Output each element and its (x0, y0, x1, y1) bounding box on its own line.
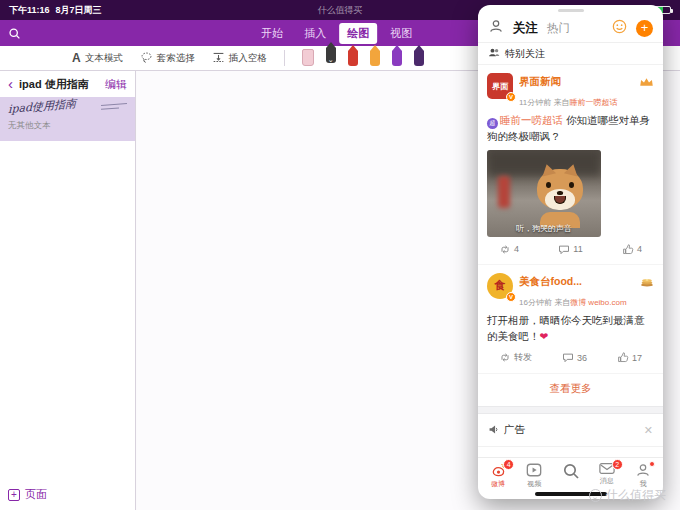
author-name[interactable]: 美食台food... (519, 275, 582, 289)
home-badge: 4 (503, 459, 514, 470)
tab-home[interactable]: 开始 (253, 23, 291, 44)
tab-following[interactable]: 关注 (513, 20, 538, 37)
add-page-label: 页面 (25, 487, 47, 502)
avatar[interactable]: 界面 V (487, 73, 513, 99)
ink-scribble (101, 104, 127, 112)
eraser-tool[interactable] (302, 49, 314, 66)
photo-caption: 听，狗哭的声音 (487, 223, 601, 234)
feed-empty-space (478, 447, 663, 457)
tab-draw[interactable]: 绘图 (339, 23, 377, 44)
text-mode-label: 文本模式 (85, 52, 123, 65)
tab-messages[interactable]: 消息 2 (589, 462, 625, 489)
shiba-dog-illustration (533, 162, 587, 228)
text-mode-button[interactable]: A 文本模式 (72, 51, 123, 65)
pen-dropdown-icon: ⌄ (328, 56, 334, 63)
lasso-select-button[interactable]: 套索选择 (140, 51, 195, 66)
author-name[interactable]: 界面新闻 (519, 75, 561, 89)
special-follow-row[interactable]: 特别关注 (478, 43, 663, 65)
post-meta: 16分钟前 来自微博 weibo.com (519, 298, 627, 307)
tab-search[interactable] (552, 462, 588, 489)
like-button[interactable]: 4 (622, 244, 642, 255)
close-icon[interactable]: ✕ (644, 424, 653, 437)
insert-space-icon (212, 51, 225, 66)
pen-black[interactable]: ⌄ (326, 48, 336, 63)
tab-insert[interactable]: 插入 (296, 23, 334, 44)
ribbon-tab-strip: 开始 插入 绘图 视图 (253, 23, 420, 44)
pen-highlighter[interactable] (370, 51, 380, 66)
edit-button[interactable]: 编辑 (105, 77, 127, 92)
like-count: 4 (637, 244, 642, 254)
messages-badge: 2 (612, 459, 623, 470)
watermark-top: 什么值得买 (318, 4, 363, 17)
repost-button[interactable]: 4 (499, 244, 519, 255)
comment-button[interactable]: 11 (558, 244, 582, 255)
photo-red-bike (498, 176, 510, 208)
watermark-bottom-text: 什么值得买 (606, 487, 666, 504)
status-date: 8月7日周三 (56, 4, 102, 17)
feed: 界面 V 界面新闻 11分钟前 来自睡前一唠超话 (478, 65, 663, 457)
comment-count: 11 (573, 244, 582, 254)
tab-hot[interactable]: 热门 (547, 21, 570, 36)
topic-link[interactable]: 睡前一唠超话 (500, 114, 563, 126)
pen-dark-purple[interactable] (414, 51, 424, 66)
smzdm-logo-icon (589, 489, 602, 502)
post-time: 11分钟前 (519, 98, 551, 107)
avatar[interactable]: 食 V (487, 273, 513, 299)
verified-badge: V (506, 92, 516, 102)
like-count: 17 (632, 353, 642, 363)
tab-video[interactable]: 视频 (516, 462, 552, 489)
ad-icon (488, 424, 499, 437)
tab-home-label: 微博 (491, 479, 505, 489)
weibo-panel: 关注 热门 + 特别关注 界面 V 界面新闻 (478, 5, 663, 499)
post-meta: 11分钟前 来自睡前一唠超话 (519, 98, 618, 107)
source-link[interactable]: 微博 weibo.com (570, 298, 626, 307)
slideover-handle[interactable] (558, 9, 584, 12)
source-prefix: 来自 (554, 298, 570, 307)
post-text-body: 打开相册，晒晒你今天吃到最满意的美食吧！ (487, 314, 645, 342)
emoji-smiley-icon[interactable] (612, 19, 627, 38)
post-time: 16分钟前 (519, 298, 552, 307)
sidebar-header: ‹ ipad 使用指南 编辑 (0, 71, 135, 97)
member-crown-icon (639, 73, 654, 91)
post[interactable]: 界面 V 界面新闻 11分钟前 来自睡前一唠超话 (478, 65, 663, 264)
watermark-bottom: 什么值得买 (589, 487, 666, 504)
compose-button[interactable]: + (636, 20, 653, 37)
tab-view[interactable]: 视图 (382, 23, 420, 44)
insert-space-label: 插入空格 (229, 52, 267, 65)
repost-button[interactable]: 转发 (499, 351, 532, 364)
tab-profile[interactable]: 我 (625, 462, 661, 489)
special-follow-label: 特别关注 (505, 47, 545, 61)
insert-space-button[interactable]: 插入空格 (212, 51, 267, 66)
weibo-header: 关注 热门 + (478, 14, 663, 42)
source-link[interactable]: 睡前一唠超话 (570, 98, 618, 107)
text-mode-icon: A (72, 51, 81, 65)
pages-sidebar: ‹ ipad 使用指南 编辑 ipad使用指南 无其他文本 + 页面 (0, 71, 136, 510)
pen-red[interactable] (348, 51, 358, 66)
pen-tray: ⌄ (302, 49, 424, 68)
tab-home[interactable]: 微博 4 (480, 462, 516, 489)
back-button[interactable]: ‹ (8, 77, 13, 91)
repost-count: 4 (514, 244, 519, 254)
post-photo-dog[interactable]: 听，狗哭的声音 (487, 150, 601, 237)
tab-messages-label: 消息 (600, 476, 614, 486)
post[interactable]: 食 V 美食台food... 16分钟前 来自微博 weibo.com (478, 264, 663, 374)
ad-row: 广告 ✕ (478, 414, 663, 447)
view-more-link[interactable]: 查看更多 (478, 373, 663, 406)
profile-icon[interactable] (488, 18, 504, 38)
pancake-food-icon (640, 273, 654, 291)
comment-button[interactable]: 36 (562, 351, 587, 364)
comment-count: 36 (577, 353, 587, 363)
search-icon[interactable] (8, 27, 21, 40)
source-prefix: 来自 (554, 98, 570, 107)
status-time: 下午11:16 (9, 4, 50, 17)
pen-purple[interactable] (392, 51, 402, 66)
heart-emoji: ❤ (540, 330, 549, 342)
people-icon (488, 47, 500, 60)
page-list-item[interactable]: ipad使用指南 无其他文本 (0, 97, 135, 141)
supertopic-badge-icon: 超 (487, 118, 498, 129)
toolbar-divider (284, 50, 285, 66)
tab-video-label: 视频 (527, 479, 541, 489)
add-page-button[interactable]: + 页面 (8, 487, 47, 502)
like-button[interactable]: 17 (617, 351, 642, 364)
notebook-title: ipad 使用指南 (19, 77, 99, 92)
